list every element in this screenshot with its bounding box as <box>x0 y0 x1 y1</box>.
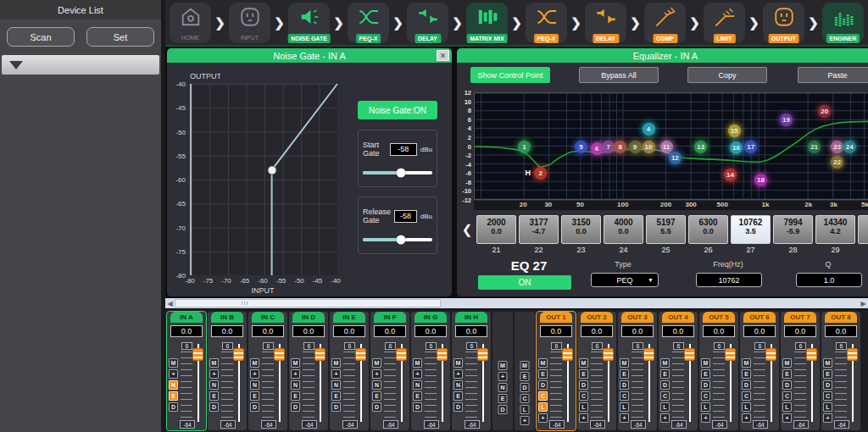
channel-tab[interactable]: IN B <box>211 312 243 323</box>
scroll-right-icon[interactable]: ▶ <box>859 300 868 307</box>
channel-button-M[interactable]: M <box>250 358 259 368</box>
channel-button-C[interactable]: C <box>782 391 792 401</box>
channel-button-E[interactable]: E <box>250 391 259 401</box>
eq-point-16[interactable]: 16 <box>730 141 743 154</box>
eq-band-cell-partial[interactable] <box>858 215 868 244</box>
set-button[interactable]: Set <box>86 27 154 47</box>
channel-button-D[interactable]: D <box>742 380 751 390</box>
eq-band-cell-22[interactable]: 3177-4.7 <box>519 215 559 244</box>
master-button-D[interactable]: D <box>520 383 530 392</box>
eq-band-cell-24[interactable]: 40000.0 <box>604 215 643 244</box>
channel-button-D[interactable]: D <box>331 402 341 412</box>
close-icon[interactable]: ✕ <box>437 50 449 61</box>
channel-button-C[interactable]: C <box>538 391 548 401</box>
eq-band-cell-26[interactable]: 63000.0 <box>688 215 728 244</box>
channel-button-E[interactable]: E <box>782 369 792 379</box>
channel-gain-value[interactable]: 0.0 <box>374 325 406 337</box>
channel-button-M[interactable]: M <box>620 358 629 368</box>
eq-band-cell-23[interactable]: 31500.0 <box>561 215 601 244</box>
device-dropdown[interactable] <box>2 55 159 75</box>
eq-point-5[interactable]: 5 <box>575 141 587 153</box>
channel-button-+[interactable]: + <box>742 413 751 423</box>
channel-tab[interactable]: IN E <box>333 312 365 323</box>
channel-button-L[interactable]: L <box>660 402 670 412</box>
channel-button-+[interactable]: + <box>372 369 381 379</box>
channel-button-C[interactable]: C <box>660 391 670 401</box>
master-button-L[interactable]: L <box>520 405 530 414</box>
fader-handle[interactable] <box>477 348 488 361</box>
paste-button[interactable]: Paste <box>798 67 868 83</box>
q-input[interactable]: 1.0 <box>796 273 862 287</box>
channel-tab[interactable]: OUT 3 <box>621 312 654 323</box>
channel-button-M[interactable]: M <box>660 358 670 368</box>
channel-button-D[interactable]: D <box>538 380 548 390</box>
channel-gain-value[interactable]: 0.0 <box>662 325 694 337</box>
toolbar-item-limit[interactable]: LIMIT <box>704 3 745 43</box>
channel-tab[interactable]: IN H <box>455 312 487 323</box>
channel-button-M[interactable]: M <box>209 358 219 368</box>
channel-gain-value[interactable]: 0.0 <box>825 325 857 337</box>
eq-point-2[interactable]: 2 <box>534 167 547 180</box>
channel-button-D[interactable]: D <box>823 380 832 390</box>
channel-button-+[interactable]: + <box>579 413 588 423</box>
channel-button-N[interactable]: N <box>209 380 219 390</box>
channel-button-D[interactable]: D <box>291 402 300 412</box>
fader-handle[interactable] <box>684 348 695 361</box>
channel-button-C[interactable]: C <box>701 391 710 401</box>
channel-button-L[interactable]: L <box>742 402 751 412</box>
channel-button-E[interactable]: E <box>209 391 219 401</box>
channel-button-+[interactable]: + <box>331 369 341 379</box>
channel-button-M[interactable]: M <box>701 358 710 368</box>
channel-button-E[interactable]: E <box>823 369 832 379</box>
channel-button-L[interactable]: L <box>823 402 832 412</box>
channel-tab[interactable]: OUT 2 <box>581 312 613 323</box>
channel-gain-value[interactable]: 0.0 <box>455 325 487 337</box>
channel-button-N[interactable]: N <box>453 380 463 390</box>
eq-point-10[interactable]: 10 <box>643 141 655 153</box>
eq-point-18[interactable]: 18 <box>754 174 767 186</box>
fader-handle[interactable] <box>643 348 654 361</box>
channel-button-M[interactable]: M <box>579 358 588 368</box>
channel-button-E[interactable]: E <box>453 391 463 401</box>
master-button-N[interactable]: N <box>498 383 508 392</box>
master-button-D[interactable]: D <box>498 405 508 414</box>
channel-button-M[interactable]: M <box>782 358 792 368</box>
master-button-+[interactable]: + <box>498 372 508 381</box>
channel-button-D[interactable]: D <box>372 402 381 412</box>
eq-point-8[interactable]: 8 <box>614 141 626 153</box>
channel-button-L[interactable]: L <box>538 402 548 412</box>
channel-button-L[interactable]: L <box>579 402 588 412</box>
channel-tab[interactable]: OUT 1 <box>540 312 572 323</box>
start-gate-value[interactable]: -58 <box>390 143 417 156</box>
scan-button[interactable]: Scan <box>7 27 75 47</box>
fader-handle[interactable] <box>355 348 366 361</box>
channel-tab[interactable]: OUT 8 <box>825 312 857 323</box>
fader-handle[interactable] <box>562 348 573 361</box>
noise-gate-on-button[interactable]: Noise Gate:ON <box>358 101 437 119</box>
master-button-M[interactable]: M <box>498 361 508 370</box>
fader-handle[interactable] <box>437 348 448 361</box>
channel-button-M[interactable]: M <box>538 358 548 368</box>
fader-handle[interactable] <box>233 348 244 361</box>
channel-button-D[interactable]: D <box>579 380 588 390</box>
channel-gain-value[interactable]: 0.0 <box>621 325 654 337</box>
channel-button-E[interactable]: E <box>620 369 629 379</box>
fader-handle[interactable] <box>314 348 326 361</box>
toolbar-item-comp[interactable]: COMP <box>644 3 686 43</box>
channel-button-N[interactable]: N <box>372 380 381 390</box>
channel-button-+[interactable]: + <box>291 369 300 379</box>
toolbar-item-output[interactable]: OUTPUT <box>763 3 804 43</box>
freq-input[interactable]: 10762 <box>696 273 762 287</box>
eq-point-17[interactable]: 17 <box>744 141 757 153</box>
fader-handle[interactable] <box>192 348 203 361</box>
channel-button-D[interactable]: D <box>453 402 463 412</box>
channel-tab[interactable]: IN A <box>170 312 203 323</box>
toolbar-item-delay[interactable]: DELAY <box>585 3 626 43</box>
channel-button-M[interactable]: M <box>823 358 832 368</box>
eq-point-24[interactable]: 24 <box>843 141 856 153</box>
fader-handle[interactable] <box>274 348 285 361</box>
toolbar-item-matrix-mix[interactable]: MATRIX MIX <box>466 3 508 43</box>
channel-button-C[interactable]: C <box>742 391 751 401</box>
eq-point-15[interactable]: 15 <box>728 125 741 137</box>
channel-button-E[interactable]: E <box>169 391 178 401</box>
